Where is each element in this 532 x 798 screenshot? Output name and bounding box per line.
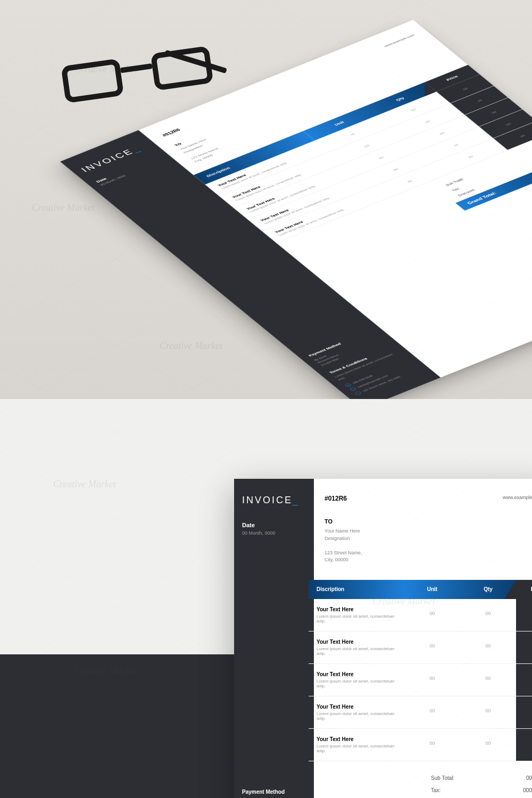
table-row: Your Text HereLorem ipsum dolor sit amet… — [309, 664, 532, 696]
location-icon: ⌂ — [354, 391, 362, 396]
row-price: 00 — [516, 729, 532, 761]
row-price: 00 — [516, 631, 532, 663]
table-row: Your Text HereLorem ipsum dolor sit amet… — [309, 729, 532, 761]
subtotal-label: Sub Total: — [431, 775, 454, 781]
watermark-text: Creative Market — [53, 479, 116, 490]
row-unit: 00 — [404, 606, 460, 624]
row-subtitle: Lorem ipsum dolor sit amet, consectetuer… — [317, 646, 396, 656]
date-label: Date — [242, 522, 306, 528]
email-icon: ✉ — [349, 387, 357, 392]
date-value: 00 Month, 0000 — [242, 530, 306, 536]
payment-method-label: Payment Method — [242, 789, 306, 795]
invoice-number: #012R6 — [325, 495, 347, 502]
row-price: 00 — [516, 599, 532, 631]
phone-icon: ✆ — [344, 383, 352, 388]
table-row: Your Text HereLorem ipsum dolor sit amet… — [309, 631, 532, 664]
row-unit: 00 — [404, 704, 460, 721]
to-details: Your Name Here Designation 123 Street Na… — [325, 528, 532, 564]
row-unit: 00 — [404, 736, 460, 753]
watermark-text: Creative Market — [372, 596, 435, 607]
row-qty: 00 — [460, 671, 516, 688]
row-title: Your Text Here — [317, 736, 396, 742]
invoice-sidebar: INVOICE_ Date 00 Month, 0000 Payment Met… — [234, 479, 314, 798]
mockup-flat-section: INVOICE_ Date 00 Month, 0000 Payment Met… — [0, 399, 532, 798]
row-qty: 00 — [460, 736, 516, 753]
row-title: Your Text Here — [317, 704, 396, 710]
invoice-number: #012R6 — [161, 128, 181, 137]
contact-block: ✆000-000-0000 ✉name@example.com ⌂123 Str… — [344, 360, 422, 397]
row-subtitle: Lorem ipsum dolor sit amet, consectetuer… — [317, 744, 396, 753]
to-label: TO — [325, 518, 532, 525]
tax-label: Tax: — [431, 787, 440, 793]
row-subtitle: Lorem ipsum dolor sit amet, consectetuer… — [317, 679, 396, 688]
col-price: Price — [516, 580, 532, 599]
website-url: www.example.com — [383, 34, 417, 48]
row-unit: 00 — [404, 639, 460, 656]
watermark-text: Creative Market — [32, 202, 95, 213]
website-url: www.example.com — [503, 495, 532, 502]
invoice-main: #012R6 www.example.com TO Your Name Here… — [314, 479, 532, 798]
row-qty: 00 — [460, 704, 516, 721]
row-title: Your Text Here — [317, 606, 396, 612]
row-qty: 00 — [460, 639, 516, 656]
totals-block: Sub Total:00 Tax:000 Discount:000 Grand … — [420, 772, 532, 799]
row-qty: 00 — [460, 606, 516, 624]
row-subtitle: Lorem ipsum dolor sit amet, consectetuer… — [317, 711, 396, 721]
invoice-title: INVOICE_ — [242, 495, 306, 506]
mockup-perspective-section: INVOICE_ Date 00 Month, 0000 Payment Met… — [0, 0, 532, 399]
row-unit: 00 — [404, 671, 460, 688]
row-subtitle: Lorem ipsum dolor sit amet, consectetuer… — [317, 614, 396, 624]
row-price: 00 — [516, 664, 532, 696]
row-title: Your Text Here — [317, 639, 396, 645]
table-row: Your Text HereLorem ipsum dolor sit amet… — [309, 696, 532, 729]
watermark-text: Creative Market — [74, 665, 137, 676]
tax-value: 000 — [523, 787, 532, 793]
watermark-text: Creative Market — [160, 340, 222, 352]
invoice-document-flat: INVOICE_ Date 00 Month, 0000 Payment Met… — [234, 479, 532, 798]
subtotal-value: 00 — [526, 775, 532, 781]
row-price: 00 — [516, 696, 532, 728]
row-title: Your Text Here — [317, 671, 396, 677]
